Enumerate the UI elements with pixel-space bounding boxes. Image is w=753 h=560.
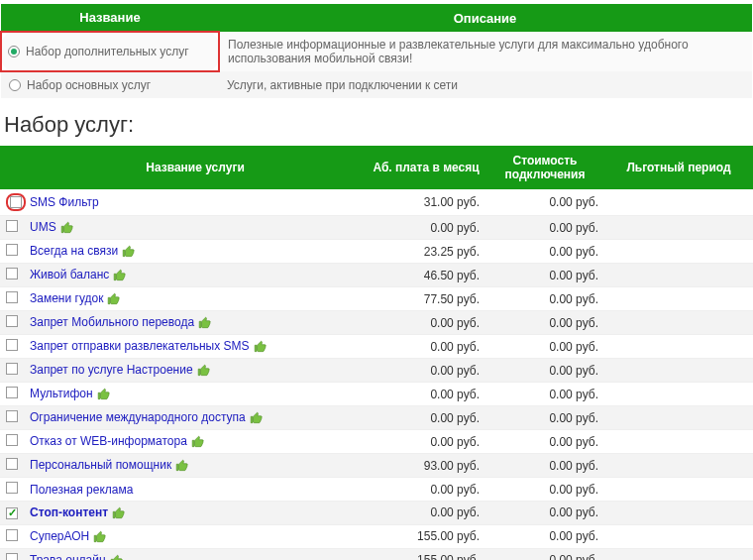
thumbs-up-icon[interactable]	[97, 388, 111, 401]
header-cost-col: Стоимость подключения	[485, 146, 604, 189]
row-checkbox[interactable]	[6, 458, 18, 470]
row-fee: 0.00 руб.	[367, 502, 485, 523]
thumbs-up-icon[interactable]	[113, 269, 127, 282]
service-link[interactable]: Ограничение международного доступа	[30, 410, 246, 424]
row-checkbox[interactable]	[10, 196, 22, 208]
row-checkbox[interactable]	[6, 244, 18, 256]
row-checkbox[interactable]	[6, 434, 18, 446]
row-checkbox[interactable]	[6, 268, 18, 280]
row-fee: 0.00 руб.	[367, 384, 485, 405]
service-link[interactable]: Стоп-контент	[30, 505, 108, 519]
row-checkbox[interactable]	[6, 529, 18, 541]
row-checkbox[interactable]	[6, 507, 18, 519]
row-check-cell	[0, 502, 24, 523]
thumbs-up-icon[interactable]	[254, 340, 268, 354]
row-checkbox[interactable]	[6, 363, 18, 375]
row-check-cell	[0, 216, 24, 239]
row-name-cell: Запрет по услуге Настроение	[24, 359, 367, 382]
thumbs-up-icon[interactable]	[93, 530, 107, 544]
row-grace	[604, 532, 753, 540]
row-name-cell: Ограничение международного доступа	[24, 406, 367, 429]
row-fee: 93.00 руб.	[367, 455, 485, 477]
table-row: Запрет по услуге Настроение0.00 руб.0.00…	[0, 359, 753, 383]
row-check-cell	[0, 287, 24, 310]
row-cost: 0.00 руб.	[485, 479, 604, 501]
row-checkbox[interactable]	[6, 482, 18, 494]
service-link[interactable]: Отказ от WEB-информатора	[30, 434, 187, 448]
row-cost: 0.00 руб.	[485, 336, 604, 358]
thumbs-up-icon[interactable]	[197, 364, 211, 378]
checkbox-highlight	[6, 193, 26, 211]
row-name-cell: Запрет Мобильного перевода	[24, 311, 367, 334]
service-link[interactable]: Замени гудок	[30, 291, 103, 305]
service-link[interactable]: Всегда на связи	[30, 244, 118, 258]
thumbs-up-icon[interactable]	[107, 292, 121, 306]
row-checkbox[interactable]	[6, 339, 18, 351]
row-grace	[604, 248, 753, 256]
thumbs-up-icon[interactable]	[60, 221, 74, 235]
row-name-cell: SMS Фильтр	[24, 191, 367, 213]
package-set-row: Набор основных услугУслуги, активные при…	[1, 71, 752, 98]
row-cost: 0.00 руб.	[485, 217, 604, 239]
service-link[interactable]: Персональный помощник	[30, 458, 171, 472]
row-check-cell	[0, 430, 24, 453]
thumbs-up-icon[interactable]	[122, 245, 136, 259]
thumbs-up-icon[interactable]	[175, 459, 189, 473]
row-fee: 23.25 руб.	[367, 241, 485, 263]
table-row: SMS Фильтр31.00 руб.0.00 руб.	[0, 189, 753, 216]
row-grace	[604, 343, 753, 351]
thumbs-up-icon[interactable]	[110, 554, 124, 560]
radio-button[interactable]	[9, 79, 21, 91]
row-fee: 0.00 руб.	[367, 479, 485, 501]
table-row: Запрет Мобильного перевода0.00 руб.0.00 …	[0, 311, 753, 335]
package-set-desc: Полезные информационные и развлекательны…	[219, 32, 752, 71]
thumbs-up-icon[interactable]	[112, 506, 126, 520]
row-fee: 0.00 руб.	[367, 217, 485, 239]
thumbs-up-icon[interactable]	[250, 411, 264, 425]
service-link[interactable]: Запрет Мобильного перевода	[30, 315, 194, 329]
row-checkbox[interactable]	[6, 291, 18, 303]
row-check-cell	[0, 359, 24, 382]
package-set-row: Набор дополнительных услугПолезные инфор…	[1, 32, 752, 71]
row-fee: 31.00 руб.	[367, 191, 485, 213]
package-set-header: Название Описание	[1, 4, 752, 32]
row-name-cell: Полезная реклама	[24, 479, 367, 501]
service-link[interactable]: Полезная реклама	[30, 483, 133, 497]
package-set-label: Набор дополнительных услуг	[26, 45, 189, 58]
row-name-cell: Стоп-контент	[24, 502, 367, 524]
row-checkbox[interactable]	[6, 553, 18, 560]
row-fee: 0.00 руб.	[367, 360, 485, 382]
row-cost: 0.00 руб.	[485, 241, 604, 263]
row-checkbox[interactable]	[6, 315, 18, 327]
row-grace	[604, 295, 753, 303]
row-name-cell: Всегда на связи	[24, 240, 367, 263]
row-name-cell: Трава онлайн	[24, 549, 367, 560]
row-grace	[604, 224, 753, 232]
row-cost: 0.00 руб.	[485, 431, 604, 453]
thumbs-up-icon[interactable]	[191, 435, 205, 449]
row-checkbox[interactable]	[6, 410, 18, 422]
service-link[interactable]: Мультифон	[30, 387, 93, 400]
service-link[interactable]: UMS	[30, 220, 56, 234]
package-set-cell[interactable]: Набор основных услуг	[1, 71, 219, 98]
row-checkbox[interactable]	[6, 220, 18, 232]
row-grace	[604, 414, 753, 422]
radio-button[interactable]	[8, 46, 20, 57]
service-link[interactable]: Запрет отправки развлекательных SMS	[30, 339, 250, 353]
service-link[interactable]: Живой баланс	[30, 268, 109, 281]
package-set-cell[interactable]: Набор дополнительных услуг	[1, 32, 219, 71]
table-row: UMS0.00 руб.0.00 руб.	[0, 216, 753, 240]
service-link[interactable]: Запрет по услуге Настроение	[30, 363, 193, 377]
row-checkbox[interactable]	[6, 387, 18, 398]
table-row: Персональный помощник93.00 руб.0.00 руб.	[0, 454, 753, 478]
table-row: Трава онлайн155.00 руб.0.00 руб.	[0, 549, 753, 560]
table-row: Живой баланс46.50 руб.0.00 руб.	[0, 264, 753, 287]
service-link[interactable]: SMS Фильтр	[30, 195, 99, 209]
row-cost: 0.00 руб.	[485, 288, 604, 310]
table-row: Отказ от WEB-информатора0.00 руб.0.00 ру…	[0, 430, 753, 454]
service-link[interactable]: СуперАОН	[30, 529, 89, 543]
service-link[interactable]: Трава онлайн	[30, 553, 106, 560]
thumbs-up-icon[interactable]	[198, 316, 212, 330]
row-check-cell	[0, 240, 24, 263]
row-cost: 0.00 руб.	[485, 384, 604, 405]
